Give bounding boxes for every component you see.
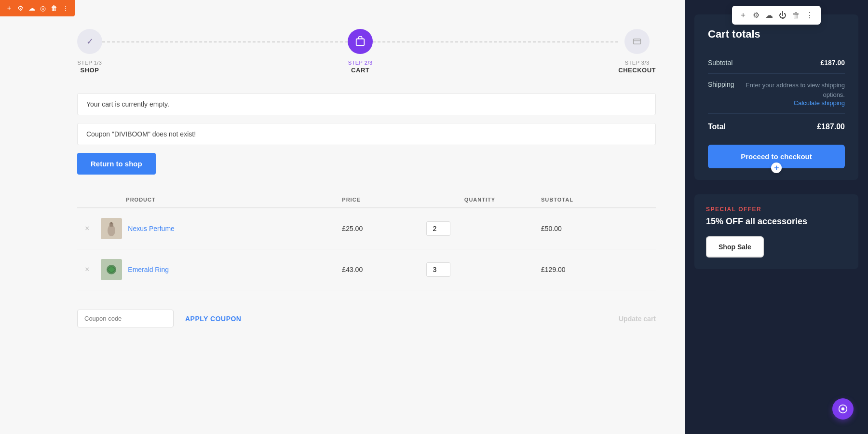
checkout-plus-badge: ＋ [771,163,782,173]
emerald-ring-link[interactable]: Emerald Ring [128,266,169,273]
svg-rect-1 [634,39,641,44]
fab-button[interactable] [832,398,854,420]
main-content: ✓ STEP 1/3 SHOP STEP 2/3 CART [0,0,685,434]
svg-rect-5 [110,222,112,224]
remove-emerald-button[interactable]: × [81,263,93,276]
nexus-subtotal: £50.00 [537,208,656,249]
cart-table: PRODUCT PRICE QUANTITY SUBTOTAL × [77,192,656,290]
ft-settings-icon[interactable]: ⚙ [750,9,762,21]
shipping-row: Shipping Enter your address to view ship… [708,74,845,114]
toolbar-settings-icon[interactable]: ⚙ [16,3,25,13]
toolbar-circle-icon[interactable]: ◎ [39,3,47,13]
nexus-perfume-link[interactable]: Nexus Perfume [128,225,174,232]
step-2: STEP 2/3 CART [348,29,373,74]
coupon-error-alert: Coupon "DIVIBOOM" does not exist! [77,123,656,145]
toolbar-add-icon[interactable]: ＋ [5,3,14,14]
shipping-note: Enter your address to view shipping opti… [734,81,845,99]
ft-power-icon[interactable]: ⏻ [776,10,789,21]
page-wrapper: ✓ STEP 1/3 SHOP STEP 2/3 CART [0,0,868,434]
step-2-name: CART [348,67,373,74]
floating-toolbar: ＋ ⚙ ☁ ⏻ 🗑 ⋮ [732,6,821,25]
step-1-name: SHOP [78,67,102,74]
step-3-number: STEP 3/3 [618,60,656,66]
nexus-quantity-input[interactable] [426,221,450,236]
remove-nexus-button[interactable]: × [81,222,93,235]
shop-sale-button[interactable]: Shop Sale [706,236,764,258]
step-3-name: CHECKOUT [618,67,656,74]
toolbar-more-icon[interactable]: ⋮ [61,3,70,13]
svg-rect-0 [356,39,365,46]
ft-trash-icon[interactable]: 🗑 [790,10,802,21]
proceed-to-checkout-button[interactable]: Proceed to checkout ＋ [708,145,845,168]
emerald-thumb [101,259,122,280]
step-1-number: STEP 1/3 [78,60,102,66]
steps-container: ✓ STEP 1/3 SHOP STEP 2/3 CART [77,19,656,74]
special-offer-panel: SPECIAL OFFER 15% OFF all accessories Sh… [694,194,858,269]
calculate-shipping-link[interactable]: Calculate shipping [734,99,845,107]
col-header-product: PRODUCT [97,192,338,208]
emerald-quantity-input[interactable] [426,262,450,277]
emerald-price: £43.00 [338,249,422,290]
apply-coupon-button[interactable]: Apply coupon [178,310,248,327]
nexus-price: £25.00 [338,208,422,249]
top-toolbar[interactable]: ＋ ⚙ ☁ ◎ 🗑 ⋮ [0,0,75,16]
table-row: × Emerald R [77,249,656,290]
update-cart-button[interactable]: Update cart [619,315,656,323]
step-1-circle: ✓ [77,29,102,54]
toolbar-trash-icon[interactable]: 🗑 [50,3,58,13]
step-line-1 [102,41,348,42]
special-offer-badge: SPECIAL OFFER [706,206,847,213]
total-row: Total £187.00 [708,114,845,140]
step-3: STEP 3/3 CHECKOUT [618,29,656,74]
right-sidebar: ＋ ⚙ ☁ ⏻ 🗑 ⋮ Cart totals Subtotal £187.00… [685,0,868,434]
return-to-shop-button[interactable]: Return to shop [77,153,156,175]
cart-totals-title: Cart totals [708,28,845,41]
col-header-price: PRICE [338,192,422,208]
step-2-number: STEP 2/3 [348,60,373,66]
ft-cloud-icon[interactable]: ☁ [763,9,775,21]
nexus-thumb [101,218,122,239]
shipping-label: Shipping [708,81,734,88]
cart-empty-alert: Your cart is currently empty. [77,93,656,115]
table-row: × Nexus Per [77,208,656,249]
ft-add-icon[interactable]: ＋ [737,9,749,22]
step-line-2 [373,41,618,42]
emerald-subtotal: £129.00 [537,249,656,290]
toolbar-cloud-icon[interactable]: ☁ [27,3,36,13]
total-label: Total [708,122,726,131]
step-2-circle [348,29,373,54]
special-offer-text: 15% OFF all accessories [706,217,847,227]
ft-more-icon[interactable]: ⋮ [803,9,816,21]
col-header-quantity: QUANTITY [422,192,537,208]
coupon-input[interactable] [77,310,174,327]
coupon-area: Apply coupon Update cart [77,305,656,327]
svg-point-10 [841,407,845,411]
col-header-subtotal: SUBTOTAL [537,192,656,208]
subtotal-row: Subtotal £187.00 [708,52,845,74]
subtotal-value: £187.00 [820,59,845,67]
total-value: £187.00 [817,122,845,131]
step-3-circle [624,29,650,54]
step-1: ✓ STEP 1/3 SHOP [77,29,102,74]
cart-totals-panel: ＋ ⚙ ☁ ⏻ 🗑 ⋮ Cart totals Subtotal £187.00… [694,14,858,180]
subtotal-label: Subtotal [708,59,732,67]
